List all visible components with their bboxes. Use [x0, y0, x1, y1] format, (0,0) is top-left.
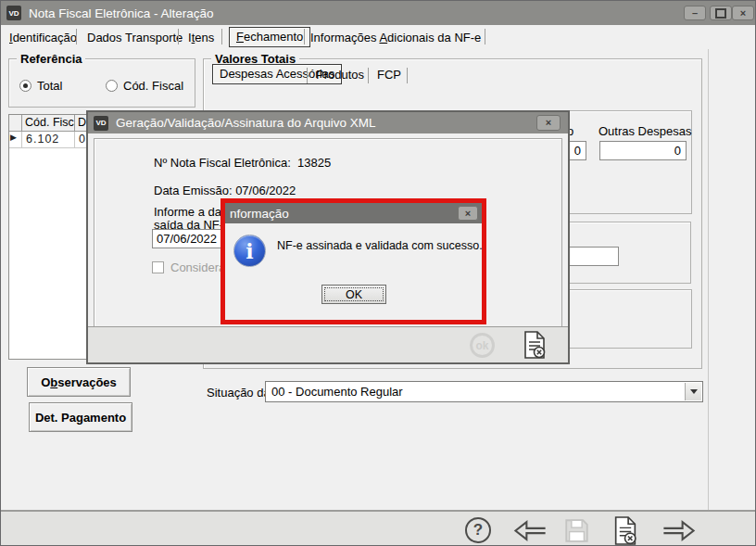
- outras-despesas-label: Outras Despesas: [598, 124, 691, 138]
- tab-fechamento[interactable]: Fechamento: [229, 27, 310, 47]
- tab-separator: [304, 29, 305, 44]
- referencia-title: Referência: [17, 52, 85, 66]
- help-icon[interactable]: ?: [465, 517, 491, 543]
- info-messagebox: nformação × i NF-e assinada e validada c…: [220, 198, 486, 324]
- radio-dot: [23, 83, 28, 88]
- tab-informacoes-adicionais[interactable]: Informações Adicionais da NF-e: [310, 30, 481, 46]
- radio-total[interactable]: [19, 80, 32, 92]
- messagebox-text: NF-e assinada e validada com sucesso.: [277, 239, 483, 252]
- window-titlebar: VD Nota Fiscal Eletrônica - Alteração: [1, 1, 755, 25]
- close-icon[interactable]: ×: [732, 6, 754, 20]
- grid-col-cod-fiscal: Cód. Fiscal: [22, 115, 75, 132]
- ok-button[interactable]: OK: [321, 285, 386, 304]
- radio-cod-fiscal[interactable]: [106, 80, 118, 92]
- outras-despesas-field[interactable]: 0: [599, 141, 687, 160]
- subtab-fcp[interactable]: FCP: [377, 67, 401, 83]
- situacao-value: 00 - Documento Regular: [271, 385, 403, 399]
- app-window: VD Nota Fiscal Eletrônica - Alteração – …: [0, 0, 756, 546]
- xml-dialog-close-icon[interactable]: ×: [536, 115, 561, 131]
- subtab-produtos[interactable]: Produtos: [316, 67, 364, 83]
- cancel-document-icon[interactable]: [523, 331, 546, 359]
- dialog-logo-icon: VD: [94, 116, 108, 131]
- dropdown-arrow-icon[interactable]: [685, 383, 701, 400]
- messagebox-title: nformação: [230, 207, 289, 221]
- row-selector-icon: ▶: [9, 132, 22, 148]
- radio-total-label: Total: [37, 79, 62, 93]
- xml-dialog-title: Geração/Validação/Assinatura do Arquivo …: [116, 116, 375, 130]
- window-title: Nota Fiscal Eletrônica - Alteração: [29, 6, 214, 20]
- considera-checkbox[interactable]: [152, 261, 164, 273]
- subtab-separator: [368, 68, 369, 83]
- xml-dialog-titlebar: VD Geração/Validação/Assinatura do Arqui…: [88, 112, 568, 133]
- grid-selector-header: [9, 115, 22, 132]
- app-logo-icon: VD: [6, 6, 21, 20]
- det-pagamento-button[interactable]: Det. Pagamento: [29, 402, 132, 432]
- xml-dialog-bottombar: [88, 326, 568, 362]
- tab-identificacao[interactable]: Identificação: [9, 30, 77, 46]
- tab-separator: [485, 29, 485, 44]
- cancel-document-icon[interactable]: [613, 516, 637, 545]
- page-right-border: [708, 49, 709, 510]
- minimize-icon[interactable]: –: [684, 6, 706, 20]
- save-icon[interactable]: [564, 518, 589, 543]
- tab-separator: [221, 29, 222, 44]
- maximize-glyph: [715, 8, 726, 19]
- tab-dados-transporte[interactable]: Dados Transporte: [87, 30, 183, 46]
- messagebox-close-icon[interactable]: ×: [458, 206, 478, 221]
- back-arrow-icon[interactable]: [513, 518, 547, 543]
- data-emissao-text: Data Emissão: 07/06/2022: [154, 184, 296, 197]
- cell-cod-fiscal[interactable]: 6.102: [22, 132, 75, 148]
- situacao-dropdown[interactable]: 00 - Documento Regular: [265, 381, 703, 402]
- forward-arrow-icon[interactable]: [662, 518, 696, 543]
- tab-separator: [76, 29, 77, 44]
- tab-separator: [178, 29, 179, 44]
- subtab-separator: [307, 68, 308, 83]
- info-icon: i: [233, 235, 266, 267]
- ok-disabled-button[interactable]: ok: [470, 333, 495, 358]
- nf-number-text: Nº Nota Fiscal Eletrônica: 13825: [154, 156, 331, 170]
- messagebox-titlebar: nformação: [225, 203, 482, 223]
- subtab-separator: [407, 68, 408, 83]
- radio-cod-fiscal-label: Cód. Fiscal: [123, 79, 183, 93]
- tab-itens[interactable]: Itens: [188, 30, 214, 46]
- bottom-toolbar: [1, 511, 755, 546]
- maximize-icon[interactable]: [710, 6, 732, 20]
- observacoes-button[interactable]: Observações: [27, 367, 131, 397]
